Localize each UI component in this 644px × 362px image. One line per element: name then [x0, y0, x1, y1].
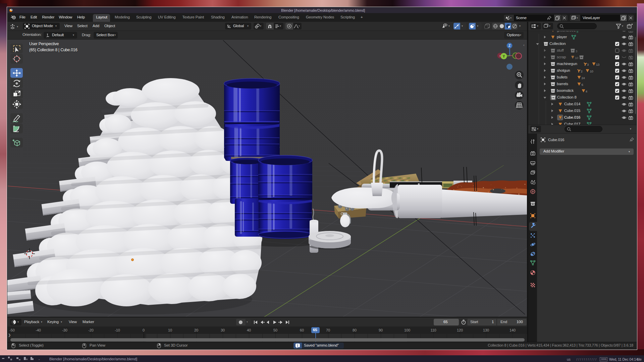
svg-text:Z: Z	[508, 44, 511, 48]
svg-text:Y: Y	[503, 55, 505, 58]
